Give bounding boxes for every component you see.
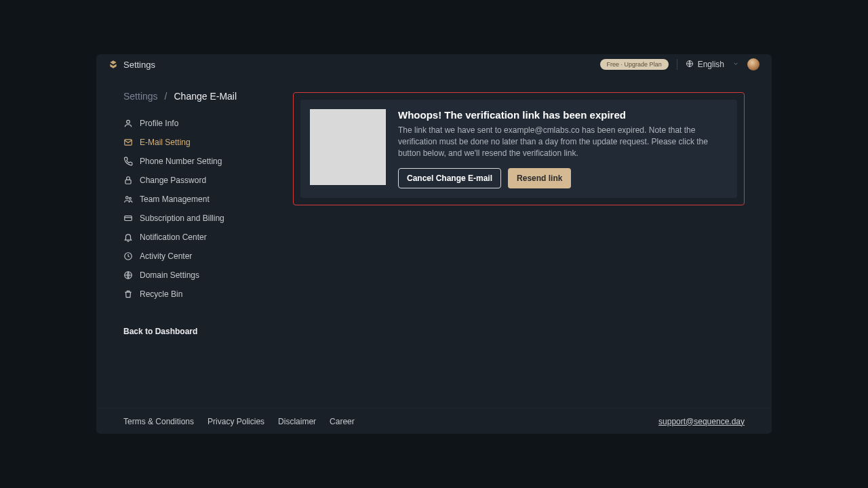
user-icon — [123, 119, 133, 128]
breadcrumb: Settings / Change E-Mail — [123, 91, 266, 102]
support-email-link[interactable]: support@sequence.day — [658, 417, 745, 426]
bell-icon — [123, 232, 133, 242]
nav-item-email-setting[interactable]: E-Mail Setting — [123, 134, 266, 150]
settings-nav: Profile Info E-Mail Setting Phone Number… — [123, 115, 266, 302]
nav-item-team-management[interactable]: Team Management — [123, 191, 266, 207]
app-logo-icon — [108, 60, 118, 69]
nav-label: Change Password — [140, 176, 206, 185]
footer: Terms & Conditions Privacy Policies Disc… — [96, 408, 772, 434]
footer-link-disclaimer[interactable]: Disclaimer — [278, 417, 316, 426]
alert-title: Whoops! The verification link has been e… — [398, 109, 728, 121]
clock-icon — [123, 251, 133, 261]
avatar[interactable] — [747, 58, 760, 70]
footer-links: Terms & Conditions Privacy Policies Disc… — [123, 417, 355, 426]
nav-item-activity-center[interactable]: Activity Center — [123, 248, 266, 264]
nav-item-subscription-billing[interactable]: Subscription and Billing — [123, 210, 266, 226]
body: Settings / Change E-Mail Profile Info E-… — [96, 75, 772, 408]
nav-item-recycle-bin[interactable]: Recycle Bin — [123, 286, 266, 302]
nav-label: Recycle Bin — [140, 289, 182, 299]
globe-icon — [686, 60, 694, 70]
svg-point-1 — [127, 120, 130, 123]
illustration-placeholder — [310, 109, 386, 185]
back-to-dashboard-link[interactable]: Back to Dashboard — [123, 327, 266, 336]
nav-item-notification-center[interactable]: Notification Center — [123, 229, 266, 245]
nav-item-domain-settings[interactable]: Domain Settings — [123, 267, 266, 283]
card-icon — [123, 214, 133, 223]
alert-outline: Whoops! The verification link has been e… — [293, 92, 745, 205]
alert-buttons: Cancel Change E-mail Resend link — [398, 168, 728, 188]
footer-link-career[interactable]: Career — [330, 417, 355, 426]
chevron-down-icon — [732, 60, 739, 68]
main-panel: Whoops! The verification link has been e… — [293, 91, 745, 408]
svg-rect-3 — [125, 180, 131, 184]
header-left: Settings — [108, 60, 155, 70]
mail-icon — [123, 138, 133, 147]
alert-body-text: The link that we have sent to example@cm… — [398, 125, 728, 159]
trash-icon — [123, 289, 133, 299]
cancel-change-email-button[interactable]: Cancel Change E-mail — [398, 168, 501, 188]
divider — [677, 59, 677, 70]
phone-icon — [123, 157, 133, 166]
breadcrumb-separator: / — [165, 91, 167, 102]
svg-point-5 — [129, 197, 131, 199]
nav-label: Phone Number Setting — [140, 157, 222, 166]
svg-rect-6 — [125, 216, 132, 221]
upgrade-plan-pill[interactable]: Free · Upgrade Plan — [600, 59, 669, 70]
nav-label: Profile Info — [140, 119, 178, 128]
breadcrumb-root[interactable]: Settings — [123, 91, 158, 102]
nav-label: Activity Center — [140, 251, 192, 261]
footer-link-terms[interactable]: Terms & Conditions — [123, 417, 194, 426]
lock-icon — [123, 176, 133, 185]
app-frame: Settings Free · Upgrade Plan English Set… — [96, 54, 772, 434]
nav-label: Team Management — [140, 195, 210, 204]
language-label: English — [698, 60, 724, 69]
resend-link-button[interactable]: Resend link — [508, 168, 571, 188]
header-title: Settings — [123, 60, 155, 70]
alert-card: Whoops! The verification link has been e… — [300, 100, 737, 198]
nav-label: Subscription and Billing — [140, 214, 224, 223]
nav-label: E-Mail Setting — [140, 138, 191, 147]
header-right: Free · Upgrade Plan English — [600, 58, 760, 70]
language-selector[interactable]: English — [686, 60, 739, 70]
svg-point-4 — [126, 197, 129, 199]
breadcrumb-current: Change E-Mail — [174, 91, 237, 102]
nav-label: Notification Center — [140, 232, 207, 242]
nav-item-change-password[interactable]: Change Password — [123, 172, 266, 188]
left-column: Settings / Change E-Mail Profile Info E-… — [123, 91, 266, 408]
alert-content: Whoops! The verification link has been e… — [398, 109, 728, 188]
nav-item-profile-info[interactable]: Profile Info — [123, 115, 266, 131]
nav-label: Domain Settings — [140, 270, 199, 280]
globe-icon — [123, 270, 133, 280]
team-icon — [123, 195, 133, 204]
header-bar: Settings Free · Upgrade Plan English — [96, 54, 772, 75]
nav-item-phone-number-setting[interactable]: Phone Number Setting — [123, 153, 266, 169]
footer-link-privacy[interactable]: Privacy Policies — [208, 417, 264, 426]
